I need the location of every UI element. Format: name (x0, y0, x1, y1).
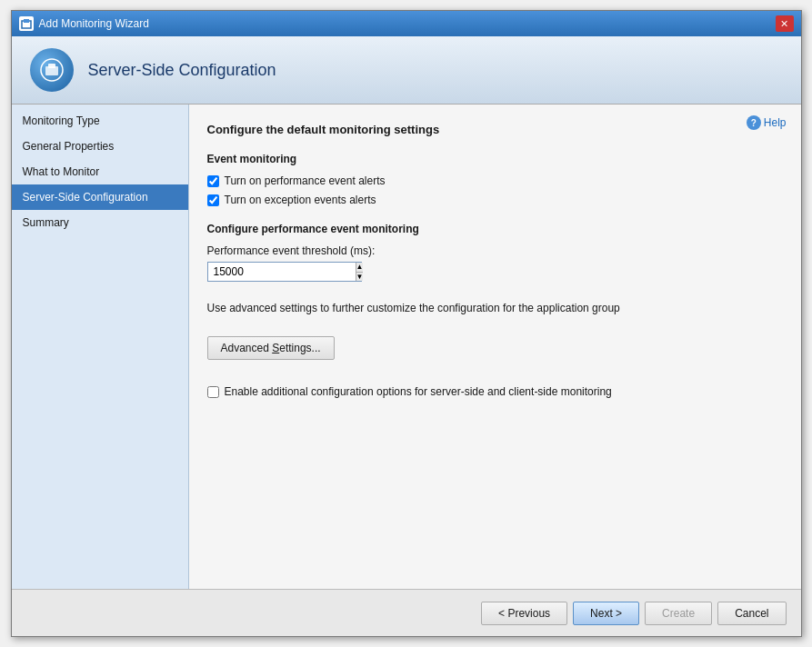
next-button[interactable]: Next > (573, 602, 639, 625)
sidebar-item-summary[interactable]: Summary (12, 210, 188, 235)
event-section-title: Event monitoring (207, 153, 783, 165)
main-window: Add Monitoring Wizard ✕ Server-Side Conf… (11, 10, 802, 637)
create-button[interactable]: Create (645, 602, 712, 625)
exception-alerts-checkbox[interactable] (207, 194, 219, 206)
sidebar-item-monitoring-type[interactable]: Monitoring Type (12, 108, 188, 134)
sidebar: Monitoring Type General Properties What … (12, 105, 189, 589)
perf-alerts-checkbox[interactable] (207, 175, 219, 187)
spinbox-up-button[interactable]: ▲ (356, 263, 364, 273)
help-label: Help (764, 116, 787, 129)
svg-rect-4 (48, 64, 55, 68)
help-link[interactable]: ? Help (747, 115, 787, 130)
threshold-spinbox: ▲ ▼ (207, 262, 362, 282)
svg-rect-1 (24, 19, 29, 23)
advanced-btn-label: Advanced Settings... (221, 342, 321, 354)
main-content: Monitoring Type General Properties What … (12, 105, 801, 589)
exception-alerts-label[interactable]: Turn on exception events alerts (225, 194, 376, 206)
cancel-button[interactable]: Cancel (717, 602, 786, 625)
perf-alerts-label[interactable]: Turn on performance event alerts (225, 174, 386, 187)
advanced-settings-button[interactable]: Advanced Settings... (207, 336, 335, 360)
perf-alerts-row: Turn on performance event alerts (207, 174, 783, 187)
header-section: Server-Side Configuration (12, 36, 801, 105)
close-button[interactable]: ✕ (776, 15, 794, 32)
previous-button[interactable]: < Previous (481, 602, 567, 625)
footer: < Previous Next > Create Cancel (12, 589, 801, 636)
header-icon (30, 48, 74, 92)
additional-options-label[interactable]: Enable additional configuration options … (225, 385, 612, 398)
content-area: ? Help Configure the default monitoring … (189, 105, 801, 589)
exception-alerts-row: Turn on exception events alerts (207, 194, 783, 206)
spinbox-down-button[interactable]: ▼ (356, 273, 364, 282)
help-icon: ? (747, 115, 761, 130)
window-icon (19, 16, 34, 31)
threshold-input[interactable] (208, 263, 356, 281)
perf-section-title: Configure performance event monitoring (207, 223, 783, 235)
title-bar: Add Monitoring Wizard ✕ (12, 11, 801, 36)
additional-options-checkbox[interactable] (207, 386, 219, 398)
window-title: Add Monitoring Wizard (39, 17, 770, 30)
additional-options-row: Enable additional configuration options … (207, 385, 783, 398)
spinbox-buttons: ▲ ▼ (356, 263, 364, 281)
threshold-label: Performance event threshold (ms): (207, 244, 783, 257)
header-title: Server-Side Configuration (88, 61, 276, 80)
sidebar-item-server-side-config[interactable]: Server-Side Configuration (12, 184, 188, 210)
sidebar-item-what-to-monitor[interactable]: What to Monitor (12, 159, 188, 184)
advanced-section-label: Use advanced settings to further customi… (207, 302, 783, 314)
sidebar-item-general-properties[interactable]: General Properties (12, 134, 188, 159)
page-title: Configure the default monitoring setting… (207, 123, 783, 136)
